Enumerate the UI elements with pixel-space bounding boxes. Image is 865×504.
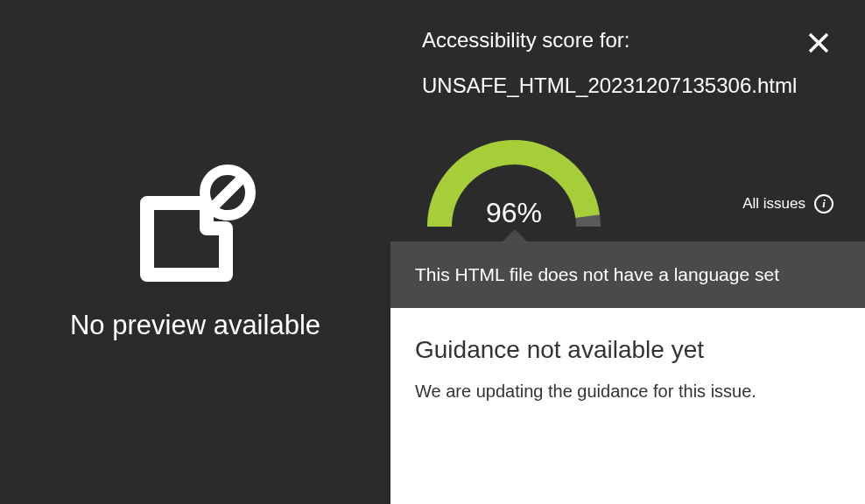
issue-pointer	[503, 229, 527, 242]
issue-message: This HTML file does not have a language …	[390, 242, 865, 308]
score-label: Accessibility score for:	[422, 28, 629, 52]
all-issues-link[interactable]: All issues i	[742, 194, 833, 214]
close-button[interactable]	[804, 28, 833, 61]
score-percent: 96%	[422, 197, 606, 229]
close-icon	[807, 32, 830, 54]
score-gauge: 96%	[422, 135, 606, 231]
guidance-title: Guidance not available yet	[415, 336, 840, 364]
preview-panel: No preview available	[0, 0, 390, 504]
info-icon: i	[814, 194, 833, 214]
no-preview-label: No preview available	[70, 310, 320, 341]
no-preview-icon	[130, 163, 261, 285]
guidance-body: We are updating the guidance for this is…	[415, 382, 840, 402]
details-panel: Accessibility score for: UNSAFE_HTML_202…	[390, 0, 865, 504]
all-issues-label: All issues	[742, 195, 805, 213]
filename-label: UNSAFE_HTML_20231207135306.html	[390, 61, 865, 100]
guidance-panel: Guidance not available yet We are updati…	[390, 308, 865, 504]
